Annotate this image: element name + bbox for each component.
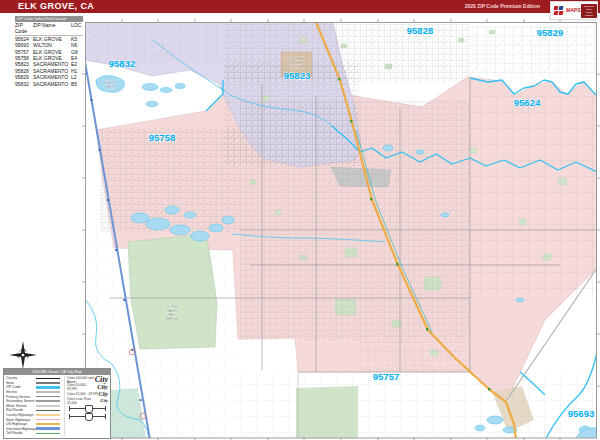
compass-rose-icon <box>6 338 40 372</box>
legend-item: Toll Roads <box>6 431 64 436</box>
svg-text:LAKE: LAKE <box>106 85 114 89</box>
zip-index-table: ZIP Code Index/Grid Locator ZIP Code ZIP… <box>15 16 83 87</box>
map-legend: 2020 Elk Grove, CA City Map County State… <box>3 368 111 439</box>
zip-index-columns: ZIP Code ZIP Name LOC <box>15 22 83 36</box>
publisher-logo: MAPS 2020 ZIP Code Maps Edition <box>550 1 598 20</box>
zip-label-95828: 95828 <box>407 25 433 36</box>
title-bar: ELK GROVE, CA 2020 ZIP Code Premium Edit… <box>0 0 600 13</box>
table-row: 95832 SACRAMENTO B5 <box>15 81 83 87</box>
svg-text:REFUGE: REFUGE <box>166 317 179 321</box>
logo-marks-icon <box>553 6 566 16</box>
zip-label-95624: 95624 <box>514 97 541 108</box>
legend-city-row: Cities Less Than 25,000 City <box>67 397 108 404</box>
zip-label-95758: 95758 <box>149 132 175 143</box>
zip-label-95832: 95832 <box>109 58 135 69</box>
zip-label-95823: 95823 <box>284 70 310 81</box>
svg-text:COLLEGE: COLLEGE <box>289 65 303 69</box>
zip-label-95829: 95829 <box>537 27 563 38</box>
legend-line-items: County State ZIP Code Streets <box>6 376 64 436</box>
page-title: ELK GROVE, CA <box>18 1 94 11</box>
legend-city-row: Cities 50,000 - 99,999 City <box>67 383 108 390</box>
logo-brand-text: MAPS <box>566 8 580 13</box>
logo-badge: 2020 ZIP Code Maps Edition <box>581 4 597 18</box>
edition-label: 2020 ZIP Code Premium Edition <box>465 3 540 9</box>
legend-city-sizes: Cities 100,000 and Above City Cities 50,… <box>64 376 108 436</box>
zip-label-95693: 95693 <box>568 408 594 419</box>
zip-index-rows: 95624 ELK GROVE K5 95693 WILTON N6 95757… <box>15 36 83 87</box>
highway-diagram <box>67 404 108 412</box>
highway-diagram <box>67 412 108 420</box>
zip-label-95757: 95757 <box>373 371 399 382</box>
